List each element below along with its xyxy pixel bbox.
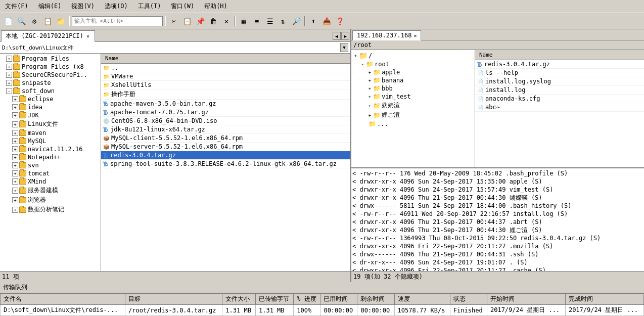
tree-toggle[interactable]: + bbox=[12, 121, 18, 127]
transfer-row[interactable]: D:\soft_down\Linux文件\redis-... /root/red… bbox=[1, 305, 644, 316]
tree-toggle[interactable]: + bbox=[6, 72, 12, 78]
toolbar-btn-transfer[interactable]: ⬆ bbox=[307, 16, 319, 27]
rtree-toggle[interactable]: + bbox=[367, 78, 372, 83]
tree-toggle[interactable]: + bbox=[6, 80, 12, 86]
toolbar-btn-list[interactable]: ≡ bbox=[251, 16, 263, 27]
tree-toggle[interactable]: + bbox=[12, 154, 18, 160]
rtree-toggle[interactable]: + bbox=[367, 70, 372, 75]
remote-file-installlog[interactable]: 📄 install.log bbox=[475, 86, 644, 95]
toolbar-btn-paste[interactable]: 📌 bbox=[194, 16, 206, 27]
file-row-spring[interactable]: 🗜 spring-tool-suite-3.8.3.RELEASE-e4.6.2… bbox=[101, 160, 350, 168]
rtree-item-bbb[interactable]: + 📁 bbb bbox=[352, 84, 474, 93]
tree-item-browser[interactable]: + 浏览器 bbox=[1, 195, 100, 205]
tree-item-program-files-x86[interactable]: + Program Files (x8 bbox=[1, 63, 100, 71]
tree-item-maven[interactable]: + maven bbox=[1, 129, 100, 137]
file-row-parent[interactable]: 📁 .. bbox=[101, 64, 350, 72]
toolbar-btn-1[interactable]: 📄 bbox=[2, 16, 14, 27]
toolbar-btn-3[interactable]: ⚙ bbox=[28, 16, 40, 27]
tree-toggle[interactable]: + bbox=[12, 197, 18, 203]
menu-tools[interactable]: 工具(T) bbox=[135, 1, 164, 12]
tree-toggle[interactable]: + bbox=[12, 146, 18, 152]
remote-file-ls[interactable]: 📄 ls --help bbox=[475, 69, 644, 77]
tree-toggle[interactable]: + bbox=[6, 56, 12, 62]
tree-toggle[interactable]: + bbox=[12, 104, 18, 110]
rtree-item-banana[interactable]: + 📁 banana bbox=[352, 76, 474, 84]
toolbar-btn-sort[interactable]: ⇅ bbox=[277, 16, 289, 27]
tree-item-securecr[interactable]: + SecureCRSecureFi.. bbox=[1, 71, 100, 79]
toolbar-btn-5[interactable]: 📁 bbox=[55, 16, 67, 27]
toolbar-btn-grid[interactable]: ▦ bbox=[238, 16, 250, 27]
menu-edit[interactable]: 编辑(E) bbox=[35, 1, 65, 12]
rtree-item-dir2[interactable]: + 📁 娌ご渲 bbox=[352, 110, 474, 120]
tab-nav-left[interactable]: ◀ bbox=[333, 32, 341, 40]
toolbar-btn-4[interactable]: 📋 bbox=[41, 16, 54, 27]
tree-toggle[interactable]: + bbox=[12, 178, 18, 185]
file-row-tomcat[interactable]: 🗜 apache-tomcat-7.0.75.tar.gz bbox=[101, 108, 350, 117]
local-path-dropdown[interactable]: ▼ bbox=[340, 43, 348, 52]
tree-toggle[interactable]: - bbox=[6, 88, 12, 94]
rtree-item-more[interactable]: 📁 ... bbox=[352, 120, 474, 128]
menu-options[interactable]: 选项(O) bbox=[102, 1, 131, 12]
file-row-centos[interactable]: 💿 CentOS-6.8-x86_64-bin-DVD.iso bbox=[101, 117, 350, 125]
tree-item-xmind[interactable]: + XMind bbox=[1, 177, 100, 186]
rtree-toggle[interactable]: - bbox=[360, 62, 365, 67]
tree-toggle[interactable]: + bbox=[12, 138, 18, 144]
rtree-item-root[interactable]: + 📁 / bbox=[352, 51, 474, 60]
host-input[interactable] bbox=[72, 16, 163, 26]
toolbar-btn-queue[interactable]: 📥 bbox=[320, 16, 333, 27]
tree-toggle[interactable]: + bbox=[12, 170, 18, 176]
tree-item-data[interactable]: + 数据分析笔记 bbox=[1, 205, 100, 214]
remote-file-redis[interactable]: 🗜 redis-3.0.4.tar.gz bbox=[475, 60, 644, 69]
tree-item-navicat[interactable]: + navicat.11.2.16 bbox=[1, 145, 100, 153]
menu-file[interactable]: 文件(F) bbox=[2, 1, 31, 12]
local-tab-close[interactable]: ✕ bbox=[85, 33, 90, 39]
menu-window[interactable]: 窗口(W) bbox=[168, 1, 197, 12]
tree-item-mysql[interactable]: + MySQL bbox=[1, 137, 100, 145]
remote-file-anaconda[interactable]: 📄 anaconda-ks.cfg bbox=[475, 95, 644, 103]
local-path-input[interactable] bbox=[2, 44, 340, 51]
tree-toggle[interactable]: + bbox=[12, 207, 18, 213]
rtree-item-vim-test[interactable]: + 📁 vim_test bbox=[352, 93, 474, 101]
tree-item-notepad[interactable]: + Notepad++ bbox=[1, 153, 100, 161]
tree-item-snipaste[interactable]: + snipaste bbox=[1, 79, 100, 87]
remote-file-syslog[interactable]: 📄 install.log.syslog bbox=[475, 77, 644, 86]
file-row-maven[interactable]: 🗜 apache-maven-3.5.0-bin.tar.gz bbox=[101, 100, 350, 108]
file-row-mysql-server[interactable]: 📦 MySQL-server-5.5.52-1.el6.x86_64.rpm bbox=[101, 143, 350, 151]
tree-item-program-files[interactable]: + Program Files bbox=[1, 55, 100, 63]
rtree-toggle[interactable]: + bbox=[367, 103, 372, 108]
tree-toggle[interactable]: + bbox=[12, 188, 18, 194]
file-row-redis[interactable]: 🗜 redis-3.0.4.tar.gz bbox=[101, 151, 350, 160]
rtree-item-root-dir[interactable]: - 📁 root bbox=[352, 60, 474, 68]
remote-tab-close[interactable]: ✕ bbox=[413, 33, 417, 38]
toolbar-btn-cut[interactable]: ✂ bbox=[168, 16, 180, 27]
rtree-toggle[interactable]: + bbox=[367, 113, 372, 118]
tree-toggle[interactable]: + bbox=[6, 64, 12, 70]
file-row-jdk[interactable]: 🗜 jdk-8u121-linux-x64.tar.gz bbox=[101, 125, 350, 134]
tree-item-jdk[interactable]: + JDK bbox=[1, 111, 100, 119]
toolbar-btn-detail[interactable]: ☰ bbox=[264, 16, 276, 27]
file-row-vmware[interactable]: 📁 VMWare bbox=[101, 72, 350, 81]
remote-tab[interactable]: 192.168.237.168 ✕ bbox=[352, 30, 421, 40]
tree-item-linux[interactable]: + Linux文件 bbox=[1, 119, 100, 129]
tree-item-svn[interactable]: + svn bbox=[1, 161, 100, 169]
toolbar-btn-copy[interactable]: 📋 bbox=[181, 16, 193, 27]
local-tab[interactable]: 本地 (ZGC-20170221PCI) ✕ bbox=[1, 30, 95, 42]
file-row-xshellutils[interactable]: 📁 XshellUtils bbox=[101, 81, 350, 89]
menu-help[interactable]: 帮助(H) bbox=[201, 1, 231, 12]
rtree-item-apple[interactable]: + 📁 apple bbox=[352, 68, 474, 76]
tree-item-tomcat[interactable]: + tomcat bbox=[1, 169, 100, 177]
toolbar-btn-delete[interactable]: 🗑 bbox=[207, 16, 219, 27]
tree-item-server[interactable]: + 服务器建模 bbox=[1, 186, 100, 195]
toolbar-btn-filter[interactable]: 🔎 bbox=[290, 16, 302, 27]
col-header-name[interactable]: Name bbox=[103, 55, 348, 62]
tree-toggle[interactable]: + bbox=[12, 96, 18, 102]
rtree-toggle[interactable]: + bbox=[367, 94, 372, 99]
toolbar-btn-close[interactable]: ✕ bbox=[220, 16, 233, 27]
tree-toggle[interactable]: + bbox=[12, 112, 18, 118]
tree-item-idea[interactable]: + idea bbox=[1, 103, 100, 111]
rtree-toggle[interactable]: + bbox=[353, 53, 358, 58]
remote-file-abc[interactable]: 📄 abc~ bbox=[475, 103, 644, 112]
file-row-manual[interactable]: 📁 操作手册 bbox=[101, 89, 350, 100]
tab-nav-right[interactable]: ▶ bbox=[341, 32, 349, 40]
rtree-item-dir1[interactable]: + 📁 妫姌渲 bbox=[352, 101, 474, 110]
